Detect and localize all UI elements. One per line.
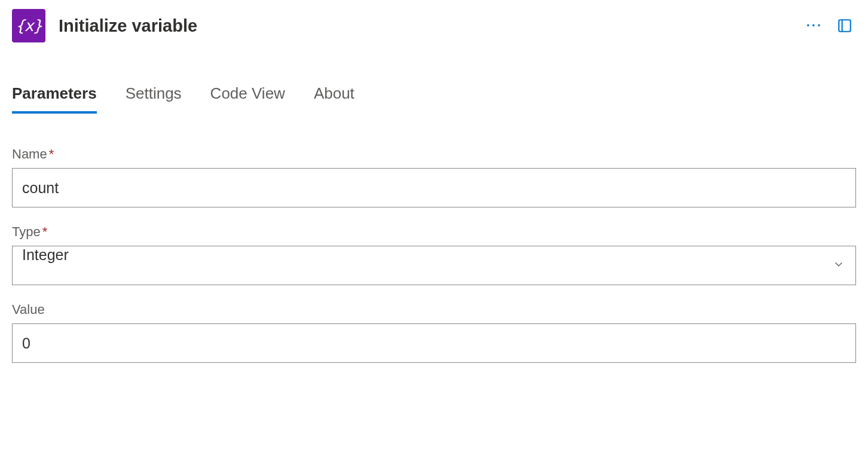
- field-group-type: Type* Integer: [12, 224, 856, 285]
- type-select-wrapper: Integer: [12, 246, 856, 285]
- tab-list: Parameters Settings Code View About: [12, 84, 856, 114]
- tab-parameters[interactable]: Parameters: [12, 84, 97, 114]
- value-input[interactable]: [12, 323, 856, 363]
- tab-code-view[interactable]: Code View: [210, 84, 285, 114]
- action-title: Initialize variable: [59, 16, 197, 36]
- more-options-button[interactable]: ···: [804, 16, 825, 36]
- tab-settings[interactable]: Settings: [126, 84, 182, 114]
- svg-rect-0: [839, 20, 851, 32]
- header-left: {x} Initialize variable: [12, 9, 197, 42]
- header-right: ···: [804, 16, 856, 36]
- field-group-value: Value: [12, 302, 856, 363]
- variable-icon: {x}: [12, 9, 45, 42]
- field-group-name: Name*: [12, 146, 856, 207]
- type-select[interactable]: Integer: [12, 246, 856, 285]
- action-header: {x} Initialize variable ···: [12, 9, 856, 42]
- name-input[interactable]: [12, 168, 856, 207]
- tab-about[interactable]: About: [314, 84, 354, 114]
- value-label: Value: [12, 302, 856, 317]
- name-label: Name*: [12, 146, 856, 162]
- required-indicator: *: [49, 146, 54, 161]
- required-indicator: *: [42, 224, 48, 239]
- expand-icon[interactable]: [837, 18, 852, 33]
- type-label: Type*: [12, 224, 856, 240]
